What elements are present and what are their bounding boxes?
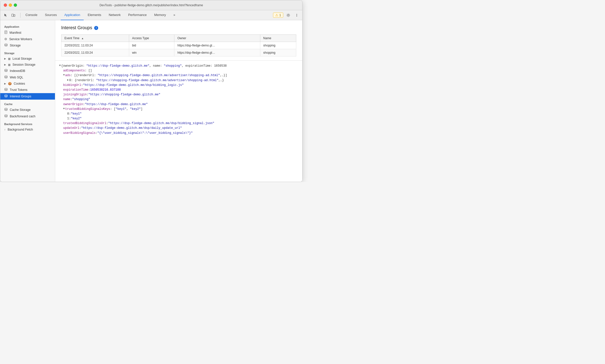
session-storage-icon: ▦ xyxy=(8,63,10,66)
tab-application[interactable]: Application xyxy=(61,10,84,20)
sidebar-storage-label: Storage xyxy=(10,44,21,47)
indexeddb-icon xyxy=(4,69,8,73)
detail-line-6: joiningOrigin : "https://shopping-fledge… xyxy=(59,92,298,97)
detail-line-14: userBiddingSignals : "{\"user_bidding_si… xyxy=(59,131,298,136)
interest-groups-icon xyxy=(4,94,8,98)
toolbar-icons xyxy=(2,12,17,19)
cookies-icon: 🍪 xyxy=(8,82,12,85)
expand-arrow-0[interactable]: ▼ xyxy=(59,64,61,68)
sidebar-item-session-storage[interactable]: ▶ ▦ Session Storage xyxy=(0,62,55,68)
sidebar-cache-storage-label: Cache Storage xyxy=(10,108,30,112)
trust-tokens-icon xyxy=(4,88,8,92)
ig-title-text: Interest Groups xyxy=(61,25,92,30)
svg-point-10 xyxy=(5,44,7,45)
main-content: Application Manifest ⚙ Service Workers S… xyxy=(0,20,302,182)
sidebar-bg-title: Background Services xyxy=(0,121,55,127)
expand-arrow-2[interactable]: ▼ xyxy=(63,73,65,77)
detail-line-5: expirationTime : 1650538216.837188 xyxy=(59,88,298,92)
more-options-icon[interactable] xyxy=(293,12,300,19)
toolbar-right: ⚠ 1 xyxy=(273,12,300,19)
svg-rect-0 xyxy=(12,14,13,16)
sidebar-trust-tokens-label: Trust Tokens xyxy=(10,88,27,92)
tab-network[interactable]: Network xyxy=(105,10,124,20)
detail-line-0: ▼ {ownerOrigin: "https://dsp-fledge-demo… xyxy=(59,64,298,68)
sidebar-item-service-workers[interactable]: ⚙ Service Workers xyxy=(0,36,55,42)
sidebar-item-storage[interactable]: Storage xyxy=(0,42,55,49)
svg-point-3 xyxy=(297,14,297,14)
back-forward-cache-icon xyxy=(4,114,8,118)
sidebar-item-cache-storage[interactable]: Cache Storage xyxy=(0,107,55,113)
warning-badge[interactable]: ⚠ 1 xyxy=(273,12,283,18)
warning-count: 1 xyxy=(279,13,281,17)
detail-line-1: adComponents : [] xyxy=(59,68,298,73)
sidebar-cache-group: Cache Cache Storage Back/forward cach xyxy=(0,101,55,120)
table-row[interactable]: 22/03/2022, 11:03:24 win https://dsp-fle… xyxy=(61,49,296,56)
sidebar-interest-groups-label: Interest Groups xyxy=(10,95,31,98)
cursor-icon[interactable] xyxy=(2,12,9,19)
tab-sources[interactable]: Sources xyxy=(41,10,60,20)
detail-line-7: name : "shopping" xyxy=(59,97,298,102)
sidebar-web-sql-label: Web SQL xyxy=(10,76,23,79)
expand-arrow-3[interactable]: ▶ xyxy=(67,78,69,82)
sidebar-manifest-label: Manifest xyxy=(9,31,21,34)
detail-line-12: trustedBiddingSignalsUrl : "https://dsp-… xyxy=(59,121,298,126)
sidebar-item-cookies[interactable]: ▶ 🍪 Cookies xyxy=(0,81,55,87)
detail-line-2: ▼ ads : [{renderUrl: "https://shopping-f… xyxy=(59,73,298,78)
cell-access-type-2: win xyxy=(129,49,174,56)
minimize-button[interactable] xyxy=(9,3,12,7)
cell-event-time-2: 22/03/2022, 11:03:24 xyxy=(61,49,129,56)
tab-performance[interactable]: Performance xyxy=(125,10,150,20)
sidebar-back-forward-label: Back/forward cach xyxy=(10,115,35,118)
expand-arrow-9[interactable]: ▼ xyxy=(63,107,65,111)
col-access-type[interactable]: Access Type xyxy=(129,35,174,42)
sidebar-local-storage-label: Local Storage xyxy=(12,57,32,60)
sidebar-indexeddb-label: IndexedDB xyxy=(10,69,25,73)
sidebar: Application Manifest ⚙ Service Workers S… xyxy=(0,20,55,182)
sidebar-item-bg-fetch[interactable]: ↑ Background Fetch xyxy=(0,127,55,133)
sidebar-item-interest-groups[interactable]: Interest Groups xyxy=(0,93,55,100)
cookies-arrow-icon: ▶ xyxy=(4,82,6,85)
table-row[interactable]: 22/03/2022, 11:03:24 bid https://dsp-fle… xyxy=(61,42,296,49)
col-name[interactable]: Name xyxy=(260,35,296,42)
col-event-time[interactable]: Event Time ▲ xyxy=(61,35,129,42)
sidebar-item-local-storage[interactable]: ▶ ▦ Local Storage xyxy=(0,56,55,62)
interest-groups-panel: Interest Groups i Event Time ▲ Access Ty… xyxy=(55,20,302,61)
cell-event-time-1: 22/03/2022, 11:03:24 xyxy=(61,42,129,49)
sidebar-cache-title: Cache xyxy=(0,101,55,107)
local-storage-arrow-icon: ▶ xyxy=(4,57,6,60)
sidebar-item-indexeddb[interactable]: IndexedDB xyxy=(0,68,55,74)
sidebar-item-manifest[interactable]: Manifest xyxy=(0,29,55,36)
maximize-button[interactable] xyxy=(14,3,17,7)
sidebar-item-back-forward-cache[interactable]: Back/forward cach xyxy=(0,113,55,120)
svg-point-2 xyxy=(288,14,289,16)
sidebar-item-web-sql[interactable]: Web SQL xyxy=(0,74,55,81)
device-toolbar-icon[interactable] xyxy=(10,12,17,19)
detail-panel[interactable]: ▼ {ownerOrigin: "https://dsp-fledge-demo… xyxy=(55,61,302,182)
svg-point-12 xyxy=(5,76,7,77)
sidebar-item-trust-tokens[interactable]: Trust Tokens xyxy=(0,87,55,93)
detail-line-8: ownerOrigin : "https://dsp-fledge-demo.g… xyxy=(59,102,298,107)
tab-more[interactable]: » xyxy=(170,10,179,20)
sidebar-app-title: Application xyxy=(0,23,55,29)
detail-line-11: 1: "key2" xyxy=(59,116,298,121)
bg-fetch-icon: ↑ xyxy=(4,128,6,131)
session-storage-arrow-icon: ▶ xyxy=(4,63,6,66)
tab-elements[interactable]: Elements xyxy=(84,10,105,20)
tab-memory[interactable]: Memory xyxy=(151,10,169,20)
info-icon[interactable]: i xyxy=(94,26,98,30)
cell-owner-1: https://dsp-fledge-demo.gl… xyxy=(174,42,260,49)
toolbar-divider xyxy=(20,13,20,18)
sidebar-service-workers-label: Service Workers xyxy=(9,37,32,41)
settings-icon[interactable] xyxy=(285,12,292,19)
svg-point-4 xyxy=(297,15,297,15)
col-owner[interactable]: Owner xyxy=(174,35,260,42)
close-button[interactable] xyxy=(4,3,7,7)
sidebar-bg-group: Background Services ↑ Background Fetch xyxy=(0,121,55,133)
tab-console[interactable]: Console xyxy=(22,10,41,20)
storage-icon xyxy=(4,43,8,47)
web-sql-icon xyxy=(4,75,8,79)
sidebar-cookies-label: Cookies xyxy=(14,82,25,85)
local-storage-icon: ▦ xyxy=(8,57,10,60)
svg-point-15 xyxy=(5,108,7,109)
traffic-lights xyxy=(4,3,17,7)
